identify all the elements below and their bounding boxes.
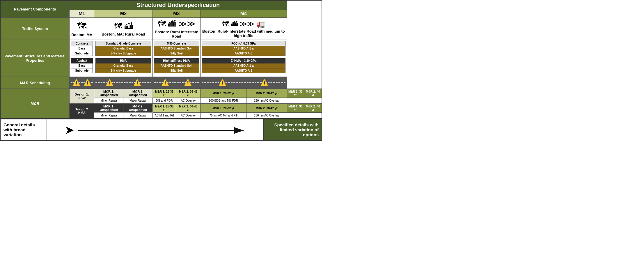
- m1-concrete-mid: Base: [71, 46, 93, 51]
- mr-d2-m2-mr2-label: M&R 2: 36-45 yr: [176, 104, 201, 113]
- mr-d1-m4-mr1-detail: 100%DG and 5% FDR: [201, 98, 246, 104]
- mr-scheduling-header: M&R Scheduling: [0, 77, 70, 89]
- m2-asphalt-mid: Granular Base: [95, 63, 151, 68]
- mr-sched-m3: ⚠️ ⚠️: [152, 77, 200, 89]
- traffic-m3-icon: 🗺 🏙 ≫≫: [154, 19, 199, 29]
- mr-d2-m4-mr2-label: M&R 2: 40 yr: [304, 104, 322, 113]
- m4-header: M4: [201, 10, 287, 18]
- pavement-m3-asphalt-group: High stiffness HMA AASHTO Standard Soil …: [154, 58, 199, 73]
- traffic-row-header: Traffic System: [0, 18, 70, 40]
- mr-d2-m3-mr1-detail: AC Mill and Fill: [152, 113, 176, 119]
- pavement-m4-concrete-group: PCC fc'=0.03 GPa AASHTO A-1-a AASHTO A-5: [202, 41, 285, 56]
- mr-d1-m4-mr1-label: M&R 1: 30 yr: [287, 89, 304, 98]
- traffic-m1-label: Boston, MA: [71, 33, 93, 37]
- traffic-m1: 🗺 Boston, MA: [70, 18, 94, 40]
- mr-d2-m1-mr1-label: M&R 1: Unspecified: [94, 104, 123, 113]
- mr-d2-m3-mr2-label: M&R 2: 38-42 yr: [246, 104, 287, 113]
- m1-asphalt-mid: Base: [71, 63, 93, 68]
- mr-d2-m3-mr1-label: M&R 1: 28-32 yr: [201, 104, 246, 113]
- m4-concrete-mid: AASHTO A-1-a: [202, 46, 285, 51]
- m1-header: M1: [70, 10, 94, 18]
- m3-asphalt-bot: Silty Soil: [154, 68, 199, 73]
- mr-d1-m3-mr2-label: M&R 2: 38-42 yr: [246, 89, 287, 98]
- pavement-m1: Concrete Base Subgrade Asphalt Base Sub: [70, 40, 94, 77]
- road-dashes-m3: [154, 82, 199, 83]
- bottom-table: General details with broad variation ➤ S…: [0, 119, 322, 141]
- pavement-m1-asphalt-group: Asphalt Base Subgrade: [71, 58, 93, 73]
- mr-d2-m2-mr2-detail: Major Repair: [123, 113, 152, 119]
- main-title: Structured Underspecification: [70, 0, 287, 10]
- m3-header: M3: [152, 10, 200, 18]
- pavement-m3-concrete-group: M30 Concrete AASHTO Standard Soil Silty …: [154, 41, 199, 56]
- m3-concrete-bot: Silty Soil: [154, 51, 199, 56]
- m2-header: M2: [94, 10, 152, 18]
- traffic-m2: 🗺 🏙 Boston, MA: Rural Road: [94, 18, 152, 40]
- road-strip-m3: ⚠️ ⚠️: [154, 78, 199, 87]
- pavement-m4-asphalt-group: E_HMA = 3.10 GPa AASHTO A-1-a AASHTO A-5: [202, 58, 285, 73]
- mr-d1-m3-mr1-detail: DG and FDR: [152, 98, 176, 104]
- traffic-m3-label: Boston: Rural-Interstate Road: [154, 30, 199, 38]
- m4-concrete-top: PCC fc'=0.03 GPa: [202, 41, 285, 46]
- mr-row-header: M&R: [0, 89, 70, 119]
- warning-m3-2: ⚠️: [184, 79, 192, 86]
- bottom-arrow: ➤: [47, 119, 264, 140]
- traffic-m2-label: Boston, MA: Rural Road: [95, 32, 151, 36]
- mr-d2-m2-mr1-detail: Minor Repair: [94, 113, 123, 119]
- m4-asphalt-mid: AASHTO A-1-a: [202, 63, 285, 68]
- mr-d1-m1-mr2-label: M&R 2: Unspecified: [123, 89, 152, 98]
- pavement-m2-asphalt-group: HMA Granular Base Silt-clay Subgrade: [95, 58, 151, 73]
- pavement-m1-concrete-group: Concrete Base Subgrade: [71, 41, 93, 56]
- pavement-m2-concrete-group: Standard Grade Concrete Granular Base Si…: [95, 41, 151, 56]
- pavement-m3: M30 Concrete AASHTO Standard Soil Silty …: [152, 40, 200, 77]
- pavement-m4: PCC fc'=0.03 GPa AASHTO A-1-a AASHTO A-5…: [201, 40, 287, 77]
- road-strip-m2: ⚠️ ⚠️: [95, 78, 151, 87]
- mr-d1-m2-mr2-label: M&R 2: 36-45 yr: [176, 89, 201, 98]
- pavement-m2: Standard Grade Concrete Granular Base Si…: [94, 40, 152, 77]
- mr-d2-m1-mr2-label: M&R 2: Unspecified: [123, 104, 152, 113]
- m2-asphalt-top: HMA: [95, 58, 151, 63]
- mr-d2-m4-mr2-detail: 150mm AC Overlay: [246, 113, 287, 119]
- pavement-row-header: Pavement Structures and Material Propert…: [0, 40, 70, 77]
- mr-d1-m3-mr1-label: M&R 1: 28-32 yr: [201, 89, 246, 98]
- m2-concrete-top: Standard Grade Concrete: [95, 41, 151, 46]
- mr-design1-header: Design 1: JPCP: [70, 89, 94, 104]
- warning-m3-1: ⚠️: [161, 79, 169, 86]
- traffic-m4-icon: 🗺 🏙 ≫≫ 🚛: [202, 20, 285, 28]
- traffic-m2-icon: 🗺 🏙: [95, 21, 151, 31]
- warning-m4-1: ⚠️: [219, 79, 226, 86]
- m4-concrete-bot: AASHTO A-5: [202, 51, 285, 56]
- m3-concrete-mid: AASHTO Standard Soil: [154, 46, 199, 51]
- mr-d2-m4-mr1-label: M&R 1: 30 yr: [287, 104, 304, 113]
- main-table: Pavement Components Structured Underspec…: [0, 0, 322, 119]
- m4-asphalt-top: E_HMA = 3.10 GPa: [202, 58, 285, 63]
- m3-concrete-top: M30 Concrete: [154, 41, 199, 46]
- mr-d2-m4-mr1-detail: 75mm AC Mill and Fill: [201, 113, 246, 119]
- warning-m4-2: ⚠️: [260, 79, 268, 86]
- pavement-components-header: Pavement Components: [0, 0, 70, 18]
- road-strip-m4: ⚠️ ⚠️: [202, 78, 285, 87]
- road-strip-m1: ⚠️ ⚠️: [71, 78, 93, 87]
- bottom-left-text: General details with broad variation: [0, 119, 47, 140]
- m2-asphalt-bot: Silt-clay Subgrade: [95, 68, 151, 73]
- warning-m2-2: ⚠️: [133, 79, 141, 86]
- mr-d1-m2-mr1-detail: Minor Repair: [94, 98, 123, 104]
- warning-m1-1: ⚠️: [72, 79, 80, 86]
- mr-d2-m2-mr1-label: M&R 1: 25-35 yr: [152, 104, 176, 113]
- bottom-right-text: Specified details with limited variation…: [264, 119, 322, 140]
- warning-m2-1: ⚠️: [106, 79, 113, 86]
- traffic-m4-label: Boston: Rural-Interstate Road with mediu…: [202, 29, 285, 38]
- road-dashes-m2: [95, 82, 151, 83]
- traffic-m4: 🗺 🏙 ≫≫ 🚛 Boston: Rural-Interstate Road w…: [201, 18, 287, 40]
- mr-d1-m4-mr2-detail: 150mm AC Overlay: [246, 98, 287, 104]
- warning-m1-2: ⚠️: [84, 79, 91, 86]
- mr-d1-m2-mr2-detail: Major Repair: [123, 98, 152, 104]
- m3-asphalt-top: High stiffness HMA: [154, 58, 199, 63]
- traffic-m1-icon: 🗺: [71, 21, 93, 31]
- mr-design2-header: Design 2: HMA: [70, 104, 94, 119]
- traffic-m3: 🗺 🏙 ≫≫ Boston: Rural-Interstate Road: [152, 18, 200, 40]
- m1-concrete-bot: Subgrade: [71, 51, 93, 56]
- mr-d1-m4-mr2-label: M&R 2: 40 yr: [304, 89, 322, 98]
- mr-sched-m1: ⚠️ ⚠️: [70, 77, 94, 89]
- m2-concrete-mid: Granular Base: [95, 46, 151, 51]
- m1-asphalt-top: Asphalt: [71, 58, 93, 63]
